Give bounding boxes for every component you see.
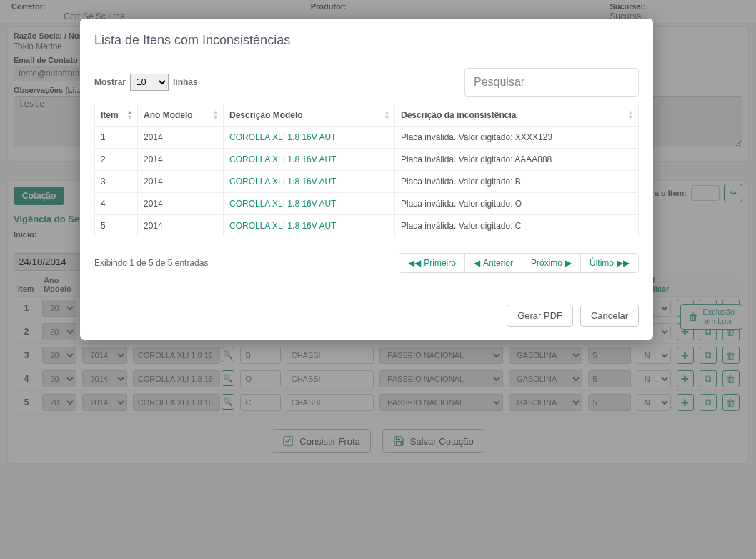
cell-item: 1 xyxy=(95,127,138,149)
cell-desc: COROLLA XLI 1.8 16V AUT xyxy=(224,171,395,193)
search-input[interactable] xyxy=(464,68,639,97)
th-incon[interactable]: Descrição da inconsistência xyxy=(395,104,639,127)
inconsistencias-table: Item Ano Modelo Descrição Modelo Descriç… xyxy=(94,104,639,237)
cell-ano: 2014 xyxy=(138,193,224,215)
desc-link[interactable]: COROLLA XLI 1.8 16V AUT xyxy=(229,154,336,164)
pager-last[interactable]: Último ▶▶ xyxy=(580,254,638,272)
table-row: 12014COROLLA XLI 1.8 16V AUTPlaca inváli… xyxy=(95,127,639,149)
cell-item: 2 xyxy=(95,149,138,171)
cancelar-button[interactable]: Cancelar xyxy=(580,305,639,327)
cell-item: 5 xyxy=(95,215,138,237)
cell-incon: Placa inválida. Valor digitado: C xyxy=(395,215,639,237)
pager-prev[interactable]: ◀ Anterior xyxy=(464,254,522,272)
th-desc[interactable]: Descrição Modelo xyxy=(224,104,395,127)
desc-link[interactable]: COROLLA XLI 1.8 16V AUT xyxy=(229,132,336,142)
cell-desc: COROLLA XLI 1.8 16V AUT xyxy=(224,215,395,237)
pager-first[interactable]: ◀◀ Primeiro xyxy=(399,254,464,272)
double-chevron-right-icon: ▶▶ xyxy=(617,258,630,268)
chevron-right-icon: ▶ xyxy=(565,258,572,268)
table-row: 22014COROLLA XLI 1.8 16V AUTPlaca inváli… xyxy=(95,149,639,171)
cell-desc: COROLLA XLI 1.8 16V AUT xyxy=(224,193,395,215)
table-row: 42014COROLLA XLI 1.8 16V AUTPlaca inváli… xyxy=(95,193,639,215)
cell-incon: Placa inválida. Valor digitado: O xyxy=(395,193,639,215)
cell-ano: 2014 xyxy=(138,215,224,237)
cell-incon: Placa inválida. Valor digitado: AAAA888 xyxy=(395,149,639,171)
pager: ◀◀ Primeiro ◀ Anterior Próximo ▶ Último … xyxy=(399,253,639,273)
cell-ano: 2014 xyxy=(138,171,224,193)
modal-title: Lista de Itens com Inconsistências xyxy=(94,33,639,48)
table-row: 32014COROLLA XLI 1.8 16V AUTPlaca inváli… xyxy=(95,171,639,193)
th-item[interactable]: Item xyxy=(95,104,138,127)
linhas-label: linhas xyxy=(173,77,198,87)
mostrar-label: Mostrar xyxy=(94,77,126,87)
chevron-left-icon: ◀ xyxy=(474,258,480,268)
table-info: Exibindo 1 de 5 de 5 entradas xyxy=(94,258,208,268)
page-length-select[interactable]: 10 xyxy=(130,74,169,91)
cell-desc: COROLLA XLI 1.8 16V AUT xyxy=(224,149,395,171)
double-chevron-left-icon: ◀◀ xyxy=(408,258,421,268)
desc-link[interactable]: COROLLA XLI 1.8 16V AUT xyxy=(229,221,336,231)
cell-ano: 2014 xyxy=(138,149,224,171)
th-ano[interactable]: Ano Modelo xyxy=(138,104,224,127)
cell-item: 3 xyxy=(95,171,138,193)
desc-link[interactable]: COROLLA XLI 1.8 16V AUT xyxy=(229,177,336,187)
desc-link[interactable]: COROLLA XLI 1.8 16V AUT xyxy=(229,199,336,209)
cell-item: 4 xyxy=(95,193,138,215)
cell-incon: Placa inválida. Valor digitado: XXXX123 xyxy=(395,127,639,149)
table-row: 52014COROLLA XLI 1.8 16V AUTPlaca inváli… xyxy=(95,215,639,237)
inconsistencias-modal: Lista de Itens com Inconsistências Mostr… xyxy=(80,19,653,340)
pager-next[interactable]: Próximo ▶ xyxy=(522,254,580,272)
cell-ano: 2014 xyxy=(138,127,224,149)
cell-desc: COROLLA XLI 1.8 16V AUT xyxy=(224,127,395,149)
cell-incon: Placa inválida. Valor digitado: B xyxy=(395,171,639,193)
gerar-pdf-button[interactable]: Gerar PDF xyxy=(507,305,573,327)
